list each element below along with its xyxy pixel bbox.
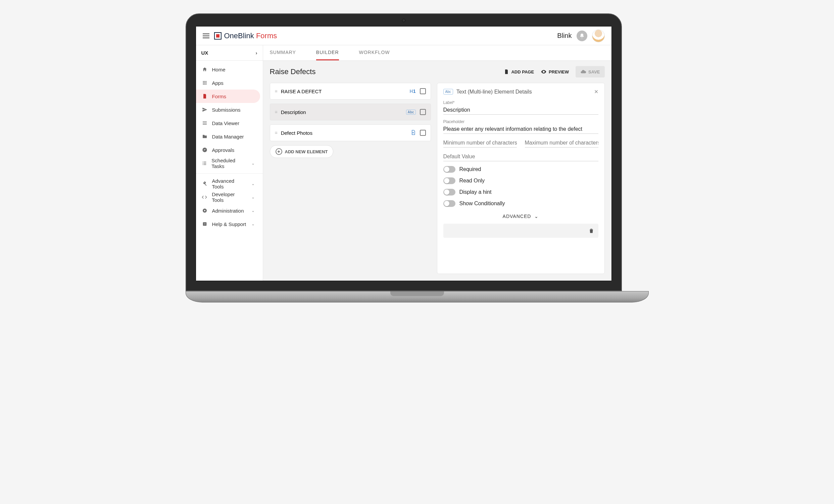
tabs: SUMMARY BUILDER WORKFLOW: [263, 45, 612, 61]
sidebar-item-label: Scheduled Tasks: [212, 158, 247, 169]
min-chars-input[interactable]: [443, 138, 517, 147]
sidebar-item-apps[interactable]: Apps: [196, 76, 260, 90]
toggle-icon: [443, 177, 456, 184]
save-label: SAVE: [588, 69, 600, 74]
delete-icon[interactable]: [588, 228, 594, 234]
close-icon[interactable]: ×: [594, 88, 598, 96]
chevron-down-icon: ⌄: [251, 181, 255, 186]
sidebar-item-label: Help & Support: [212, 221, 246, 227]
sidebar-item-label: Submissions: [212, 107, 241, 113]
max-chars-input[interactable]: [525, 138, 598, 147]
plus-icon: +: [276, 148, 282, 155]
default-value-input[interactable]: [443, 152, 598, 161]
laptop-base: [185, 291, 649, 302]
label-field: Label*: [443, 100, 598, 115]
element-details-panel: Abc Text (Multi-line) Element Details × …: [437, 83, 605, 274]
sidebar-item-home[interactable]: Home: [196, 63, 260, 76]
element-label: Description: [281, 109, 402, 115]
tab-workflow[interactable]: WORKFLOW: [359, 45, 390, 60]
toggle-hint[interactable]: Display a hint: [443, 189, 598, 196]
element-checkbox[interactable]: [420, 130, 426, 136]
label-input[interactable]: [443, 106, 598, 115]
logo-icon: [214, 32, 221, 40]
sidebar-item-data-viewer[interactable]: Data Viewer: [196, 116, 260, 130]
page-title: Raise Defects: [270, 67, 316, 76]
toggle-readonly[interactable]: Read Only: [443, 177, 598, 184]
field-caption: Placeholder: [443, 119, 598, 124]
avatar[interactable]: [592, 29, 605, 42]
folder-icon: [201, 134, 208, 139]
advanced-label: ADVANCED: [503, 213, 531, 219]
element-type-badge: H1: [410, 89, 416, 94]
chevron-down-icon: ⌄: [251, 208, 255, 213]
chevron-down-icon: ⌄: [251, 161, 255, 166]
sidebar-item-advanced-tools[interactable]: Advanced Tools ⌄: [196, 177, 260, 190]
user-name[interactable]: Blink: [557, 32, 572, 40]
save-button[interactable]: SAVE: [576, 66, 605, 77]
list-icon: [201, 120, 208, 126]
toggle-conditional[interactable]: Show Conditionally: [443, 200, 598, 207]
sidebar-item-scheduled-tasks[interactable]: Scheduled Tasks ⌄: [196, 157, 260, 170]
drag-handle-icon[interactable]: ≡: [275, 109, 277, 115]
elements-list: ≡ RAISE A DEFECT H1 ≡ Description Abc: [270, 83, 431, 274]
sidebar-item-label: Advanced Tools: [212, 178, 247, 189]
check-icon: [201, 147, 208, 153]
svg-text:?: ?: [204, 223, 205, 226]
toggle-label: Show Conditionally: [459, 201, 505, 207]
preview-label: PREVIEW: [549, 69, 569, 74]
sidebar-item-forms[interactable]: Forms: [196, 90, 260, 103]
drag-handle-icon[interactable]: ≡: [275, 89, 277, 94]
add-page-label: ADD PAGE: [511, 69, 534, 74]
eye-icon: [541, 69, 547, 75]
chevron-right-icon: ›: [256, 50, 258, 56]
brand-logo[interactable]: OneBlink Forms: [214, 31, 277, 40]
tasks-icon: [201, 161, 208, 166]
toggle-icon: [443, 166, 456, 173]
text-multiline-icon: Abc: [443, 89, 453, 95]
sidebar-item-data-manager[interactable]: Data Manager: [196, 130, 260, 143]
placeholder-input[interactable]: [443, 125, 598, 134]
notifications-icon[interactable]: [576, 30, 587, 41]
laptop-frame: OneBlink Forms Blink UX ›: [185, 14, 622, 291]
sidebar-item-label: Data Viewer: [212, 120, 239, 126]
panel-footer: [443, 224, 598, 238]
sidebar-item-approvals[interactable]: Approvals: [196, 143, 260, 157]
element-label: Defect Photos: [281, 130, 407, 136]
sidebar: UX › Home: [196, 45, 263, 281]
element-row[interactable]: ≡ Description Abc: [270, 104, 431, 120]
sidebar-section[interactable]: UX ›: [196, 45, 263, 61]
sidebar-item-label: Home: [212, 67, 225, 72]
add-element-button[interactable]: + ADD NEW ELEMENT: [270, 145, 334, 158]
toggle-required[interactable]: Required: [443, 166, 598, 173]
add-page-icon: [504, 69, 509, 74]
advanced-toggle[interactable]: ADVANCED ⌄: [443, 213, 598, 219]
tab-label: SUMMARY: [270, 50, 296, 55]
add-page-button[interactable]: ADD PAGE: [504, 69, 534, 74]
sidebar-item-submissions[interactable]: Submissions: [196, 103, 260, 116]
menu-icon[interactable]: [203, 33, 210, 38]
send-icon: [201, 107, 208, 112]
main-area: SUMMARY BUILDER WORKFLOW Raise Defects A…: [263, 45, 612, 281]
camera-dot: [402, 19, 405, 22]
element-row[interactable]: ≡ Defect Photos: [270, 124, 431, 141]
sidebar-item-administration[interactable]: Administration ⌄: [196, 204, 260, 217]
tab-builder[interactable]: BUILDER: [316, 45, 339, 60]
element-checkbox[interactable]: [420, 109, 426, 115]
home-icon: [201, 67, 208, 72]
drag-handle-icon[interactable]: ≡: [275, 130, 277, 136]
preview-button[interactable]: PREVIEW: [541, 69, 569, 75]
sidebar-item-developer-tools[interactable]: Developer Tools ⌄: [196, 190, 260, 204]
element-checkbox[interactable]: [420, 88, 426, 94]
page-header: Raise Defects ADD PAGE PREVIEW: [263, 61, 612, 83]
element-row[interactable]: ≡ RAISE A DEFECT H1: [270, 83, 431, 99]
sidebar-section-label: UX: [201, 50, 208, 56]
help-icon: ?: [201, 221, 208, 227]
tab-label: BUILDER: [316, 50, 339, 55]
add-element-label: ADD NEW ELEMENT: [285, 149, 328, 154]
tab-summary[interactable]: SUMMARY: [270, 45, 296, 60]
sidebar-item-help-support[interactable]: ? Help & Support ⌄: [196, 217, 260, 231]
code-icon: [201, 194, 208, 200]
placeholder-field: Placeholder: [443, 119, 598, 134]
tools-icon: [201, 181, 208, 186]
chevron-down-icon: ⌄: [251, 222, 255, 226]
